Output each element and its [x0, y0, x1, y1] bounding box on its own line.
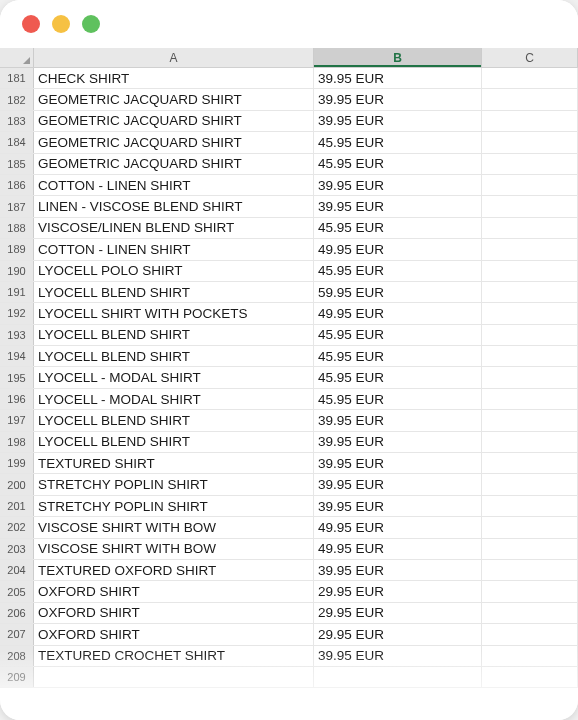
cell[interactable]: 39.95 EUR — [314, 410, 482, 430]
row-header[interactable]: 183 — [0, 111, 34, 131]
row-header[interactable]: 203 — [0, 539, 34, 559]
cell[interactable]: LYOCELL BLEND SHIRT — [34, 432, 314, 452]
cell[interactable] — [482, 560, 578, 580]
cell[interactable]: TEXTURED CROCHET SHIRT — [34, 646, 314, 666]
cell[interactable]: VISCOSE/LINEN BLEND SHIRT — [34, 218, 314, 238]
cell[interactable]: OXFORD SHIRT — [34, 603, 314, 623]
cell[interactable]: 39.95 EUR — [314, 68, 482, 88]
cell[interactable]: TEXTURED SHIRT — [34, 453, 314, 473]
row-header[interactable]: 195 — [0, 367, 34, 387]
cell[interactable]: 29.95 EUR — [314, 581, 482, 601]
cell[interactable]: LYOCELL - MODAL SHIRT — [34, 389, 314, 409]
cell[interactable] — [482, 154, 578, 174]
cell[interactable]: 45.95 EUR — [314, 218, 482, 238]
cell[interactable]: 29.95 EUR — [314, 624, 482, 644]
cell[interactable] — [482, 239, 578, 259]
cell[interactable]: 39.95 EUR — [314, 432, 482, 452]
cell[interactable]: COTTON - LINEN SHIRT — [34, 239, 314, 259]
row-header[interactable]: 194 — [0, 346, 34, 366]
cell[interactable] — [482, 111, 578, 131]
row-header[interactable]: 201 — [0, 496, 34, 516]
cell[interactable] — [482, 367, 578, 387]
cell[interactable] — [482, 389, 578, 409]
cell[interactable] — [34, 667, 314, 687]
zoom-icon[interactable] — [82, 15, 100, 33]
cell[interactable]: 49.95 EUR — [314, 517, 482, 537]
cell[interactable]: 45.95 EUR — [314, 367, 482, 387]
cell[interactable] — [482, 325, 578, 345]
cell[interactable]: GEOMETRIC JACQUARD SHIRT — [34, 154, 314, 174]
cell[interactable]: LYOCELL BLEND SHIRT — [34, 282, 314, 302]
row-header[interactable]: 209 — [0, 667, 34, 687]
cell[interactable]: STRETCHY POPLIN SHIRT — [34, 474, 314, 494]
cell[interactable]: 45.95 EUR — [314, 261, 482, 281]
cell[interactable] — [482, 196, 578, 216]
row-header[interactable]: 182 — [0, 89, 34, 109]
row-header[interactable]: 197 — [0, 410, 34, 430]
row-header[interactable]: 184 — [0, 132, 34, 152]
cell[interactable] — [482, 646, 578, 666]
cell[interactable] — [482, 517, 578, 537]
cell[interactable]: 29.95 EUR — [314, 603, 482, 623]
row-header[interactable]: 205 — [0, 581, 34, 601]
cell[interactable] — [482, 218, 578, 238]
row-header[interactable]: 191 — [0, 282, 34, 302]
cell[interactable] — [482, 474, 578, 494]
cell[interactable]: LYOCELL BLEND SHIRT — [34, 410, 314, 430]
cell[interactable]: 39.95 EUR — [314, 175, 482, 195]
cell[interactable] — [482, 496, 578, 516]
row-header[interactable]: 198 — [0, 432, 34, 452]
cell[interactable]: 45.95 EUR — [314, 346, 482, 366]
cell[interactable] — [482, 68, 578, 88]
cell[interactable] — [482, 303, 578, 323]
cell[interactable]: OXFORD SHIRT — [34, 624, 314, 644]
cell[interactable] — [482, 132, 578, 152]
cell[interactable]: 39.95 EUR — [314, 646, 482, 666]
cell[interactable] — [482, 624, 578, 644]
cell[interactable]: TEXTURED OXFORD SHIRT — [34, 560, 314, 580]
row-header[interactable]: 199 — [0, 453, 34, 473]
cell[interactable]: 49.95 EUR — [314, 239, 482, 259]
row-header[interactable]: 193 — [0, 325, 34, 345]
cell[interactable]: 45.95 EUR — [314, 154, 482, 174]
cell[interactable]: CHECK SHIRT — [34, 68, 314, 88]
cell[interactable] — [482, 432, 578, 452]
cell[interactable]: LYOCELL BLEND SHIRT — [34, 346, 314, 366]
cell[interactable]: 39.95 EUR — [314, 496, 482, 516]
cell[interactable]: 39.95 EUR — [314, 111, 482, 131]
cell[interactable] — [482, 89, 578, 109]
select-all-corner[interactable] — [0, 48, 34, 67]
cell[interactable] — [314, 667, 482, 687]
cell[interactable]: 45.95 EUR — [314, 389, 482, 409]
cell[interactable]: 39.95 EUR — [314, 453, 482, 473]
cell[interactable]: VISCOSE SHIRT WITH BOW — [34, 539, 314, 559]
cell[interactable]: OXFORD SHIRT — [34, 581, 314, 601]
row-header[interactable]: 189 — [0, 239, 34, 259]
row-header[interactable]: 208 — [0, 646, 34, 666]
cell[interactable]: LYOCELL BLEND SHIRT — [34, 325, 314, 345]
row-header[interactable]: 188 — [0, 218, 34, 238]
cell[interactable] — [482, 261, 578, 281]
column-header-b[interactable]: B — [314, 48, 482, 67]
cell[interactable] — [482, 453, 578, 473]
cell[interactable]: 39.95 EUR — [314, 560, 482, 580]
cell[interactable]: 49.95 EUR — [314, 539, 482, 559]
cell[interactable] — [482, 667, 578, 687]
cell[interactable]: 49.95 EUR — [314, 303, 482, 323]
cell[interactable]: LYOCELL POLO SHIRT — [34, 261, 314, 281]
cell[interactable] — [482, 603, 578, 623]
cell[interactable] — [482, 539, 578, 559]
close-icon[interactable] — [22, 15, 40, 33]
cell[interactable]: GEOMETRIC JACQUARD SHIRT — [34, 111, 314, 131]
cell[interactable]: LINEN - VISCOSE BLEND SHIRT — [34, 196, 314, 216]
cell[interactable]: STRETCHY POPLIN SHIRT — [34, 496, 314, 516]
cell[interactable] — [482, 581, 578, 601]
row-header[interactable]: 207 — [0, 624, 34, 644]
row-header[interactable]: 204 — [0, 560, 34, 580]
cell[interactable]: GEOMETRIC JACQUARD SHIRT — [34, 89, 314, 109]
cell[interactable]: LYOCELL SHIRT WITH POCKETS — [34, 303, 314, 323]
row-header[interactable]: 200 — [0, 474, 34, 494]
cell[interactable] — [482, 346, 578, 366]
row-header[interactable]: 181 — [0, 68, 34, 88]
row-header[interactable]: 190 — [0, 261, 34, 281]
